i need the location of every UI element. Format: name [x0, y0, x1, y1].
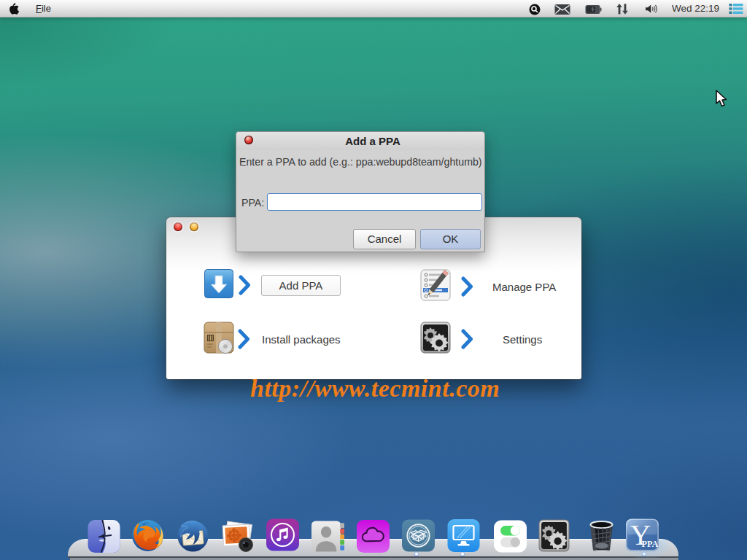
svg-text:PPA: PPA: [642, 539, 659, 549]
